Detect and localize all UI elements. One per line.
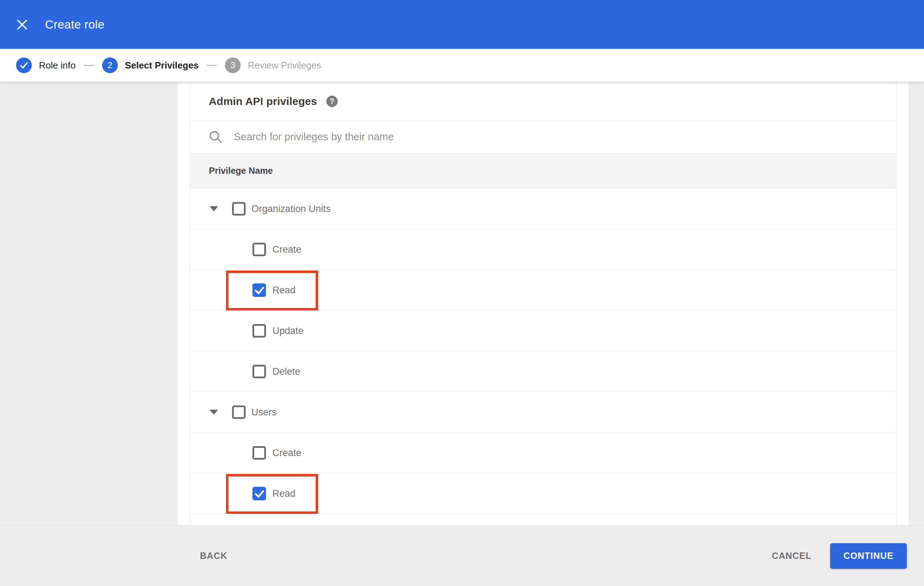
panel-heading-row: Admin API privileges ? <box>190 82 896 121</box>
privilege-row-partial <box>190 514 896 525</box>
step-3-indicator: 3 <box>225 58 241 73</box>
search-icon <box>209 130 223 144</box>
table-header-row: Privilege Name <box>190 153 896 188</box>
privilege-label: Create <box>272 229 301 270</box>
checkbox-users-create[interactable] <box>252 446 266 460</box>
privilege-group-row-users: Users <box>190 392 896 433</box>
column-header-privilege-name: Privilege Name <box>209 166 273 176</box>
privilege-row-ou-update: Update <box>190 311 896 351</box>
checkbox-users[interactable] <box>232 405 246 419</box>
step-role-info[interactable]: Role info <box>16 58 76 73</box>
checkbox-ou-read[interactable] <box>252 283 266 297</box>
checkbox-ou-delete[interactable] <box>252 365 266 378</box>
highlight-box <box>226 270 318 311</box>
step-connector <box>206 65 217 66</box>
privilege-label: Read <box>272 270 295 311</box>
privilege-label: Update <box>272 311 304 351</box>
privilege-row-ou-read: Read <box>190 270 896 311</box>
checkbox-ou-create[interactable] <box>252 243 266 256</box>
triangle-down-icon[interactable] <box>210 410 218 415</box>
step-2-indicator: 2 <box>102 58 118 73</box>
step-2-label: Select Privileges <box>125 60 199 71</box>
privilege-label: Organization Units <box>251 188 331 229</box>
search-row <box>190 121 896 153</box>
checkmark-glyph <box>19 61 28 70</box>
page-title: Create role <box>45 18 105 31</box>
highlight-box <box>226 474 318 514</box>
checkbox-organization-units[interactable] <box>232 202 246 216</box>
cancel-button[interactable]: CANCEL <box>772 551 812 561</box>
privilege-label: Create <box>272 433 301 473</box>
privilege-label: Delete <box>272 351 300 392</box>
continue-button[interactable]: CONTINUE <box>830 543 907 569</box>
privileges-table: Admin API privileges ? Privilege Name Or… <box>190 82 896 525</box>
app-bar: Create role <box>0 0 924 49</box>
back-button[interactable]: BACK <box>200 551 228 561</box>
checkbox-ou-update[interactable] <box>252 324 266 337</box>
privilege-group-row-organization-units: Organization Units <box>190 188 896 229</box>
step-3-label: Review Privileges <box>248 60 321 71</box>
x-cross-glyph <box>16 18 28 31</box>
privilege-row-users-read: Read <box>190 473 896 514</box>
step-connector <box>84 65 94 66</box>
triangle-down-icon[interactable] <box>210 206 218 211</box>
step-select-privileges[interactable]: 2 Select Privileges <box>102 58 199 73</box>
close-icon[interactable] <box>15 18 29 32</box>
step-1-indicator-check-icon <box>16 58 32 73</box>
panel-heading: Admin API privileges <box>209 95 317 107</box>
create-role-dialog: Create role Role info 2 Select Privilege… <box>0 0 924 586</box>
step-1-label: Role info <box>39 60 76 71</box>
privilege-label: Read <box>272 473 295 514</box>
step-review-privileges: 3 Review Privileges <box>225 58 321 73</box>
stepper: Role info 2 Select Privileges 3 Review P… <box>0 49 924 82</box>
privilege-row-users-create: Create <box>190 433 896 473</box>
privilege-row-ou-delete: Delete <box>190 351 896 392</box>
checkbox-users-read[interactable] <box>252 487 266 500</box>
help-icon[interactable]: ? <box>326 95 338 107</box>
footer-bar: BACK CANCEL CONTINUE <box>0 525 924 586</box>
privilege-label: Users <box>251 392 277 433</box>
search-input[interactable] <box>234 126 896 148</box>
footer-actions: CANCEL CONTINUE <box>772 543 924 569</box>
privilege-row-ou-create: Create <box>190 229 896 270</box>
